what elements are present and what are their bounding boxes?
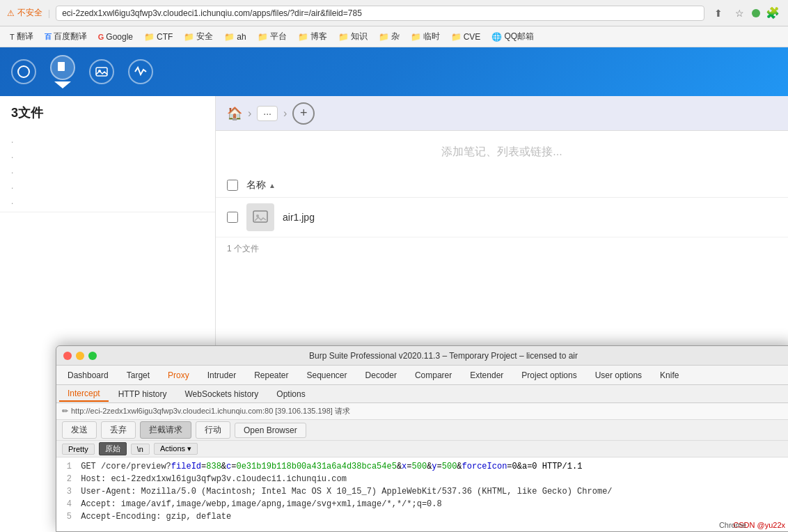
sidebar-item-1[interactable]: . (6, 132, 210, 148)
bookmark-misc[interactable]: 📁 杂 (375, 29, 404, 44)
browser-bar: ⚠ 不安全 | ⬆ ☆ 🧩 (0, 0, 788, 26)
menu-decoder[interactable]: Decoder (357, 368, 405, 383)
menu-project-options[interactable]: Project options (513, 368, 585, 383)
bookmark-security[interactable]: 📁 安全 (180, 29, 217, 44)
raw-button[interactable]: 原始 (99, 442, 127, 455)
subtab-options[interactable]: Options (268, 387, 313, 401)
intercept-button[interactable]: 拦截请求 (140, 421, 191, 439)
baidu-icon: 百 (45, 32, 52, 42)
http-request-body[interactable]: 1 GET /core/preview?fileId=838&c=0e31b19… (56, 457, 788, 531)
file-name: air1.jpg (283, 212, 315, 223)
sidebar-item-2[interactable]: . (6, 148, 210, 163)
menu-dashboard[interactable]: Dashboard (59, 368, 117, 383)
bookmark-ctf[interactable]: 📁 CTF (140, 31, 177, 43)
maximize-button[interactable] (88, 352, 97, 360)
bookmark-blog[interactable]: 📁 博客 (294, 29, 331, 44)
http-line-4: 4 Accept: image/avif,image/webp,image/ap… (62, 498, 787, 510)
bookmark-baidu[interactable]: 百 百度翻译 (40, 29, 91, 44)
bookmark-cve[interactable]: 📁 CVE (447, 31, 485, 43)
file-count: 1 个文件 (216, 237, 788, 260)
add-button[interactable]: + (292, 102, 315, 125)
burp-content: Pretty 原始 \n Actions ▾ 1 GET /core/previ… (56, 441, 788, 531)
menu-intruder[interactable]: Intruder (199, 368, 244, 383)
nav-files-item[interactable] (50, 55, 75, 88)
file-thumbnail (246, 203, 274, 231)
menu-extender[interactable]: Extender (462, 368, 512, 383)
bookmark-knowledge[interactable]: 📁 知识 (334, 29, 372, 44)
burp-title-bar: Burp Suite Professional v2020.11.3 – Tem… (56, 346, 788, 366)
select-all-checkbox[interactable] (227, 180, 238, 191)
file-row[interactable]: air1.jpg (216, 198, 788, 237)
bookmark-platform[interactable]: 📁 平台 (253, 29, 291, 44)
menu-proxy[interactable]: Proxy (159, 368, 198, 383)
chrome-label: Chrome (719, 521, 746, 529)
burp-actionbar: 发送 丢弃 拦截请求 行动 Open Browser (56, 420, 788, 441)
file-table-header: 名称 ▲ (216, 173, 788, 198)
bookmark-ah[interactable]: 📁 ah (220, 31, 250, 43)
file-checkbox[interactable] (227, 212, 238, 223)
files-icon[interactable] (50, 55, 75, 80)
folder-icon: 📁 (298, 32, 308, 42)
actions-dropdown[interactable]: Actions ▾ (154, 443, 198, 455)
folder-icon: 📁 (411, 32, 421, 42)
url-separator: | (48, 8, 50, 18)
browser-actions: ⬆ ☆ 🧩 (710, 5, 781, 22)
folder-icon: 📁 (144, 32, 155, 42)
bookmark-qqmail[interactable]: 🌐 QQ邮箱 (487, 29, 538, 44)
folder-icon: 📁 (338, 32, 349, 42)
folder-icon: 📁 (451, 32, 462, 42)
breadcrumb-more-button[interactable]: ··· (257, 106, 278, 121)
send-button[interactable]: 发送 (62, 421, 97, 439)
menu-sequencer[interactable]: Sequencer (299, 368, 356, 383)
nav-image-icon[interactable] (89, 59, 114, 84)
app-navigation (0, 47, 788, 96)
bookmarks-bar: T 翻译 百 百度翻译 G Google 📁 CTF 📁 安全 📁 ah 📁 平… (0, 26, 788, 47)
bookmark-google[interactable]: G Google (94, 31, 137, 43)
action-button[interactable]: 行动 (196, 421, 230, 439)
bookmark-temp[interactable]: 📁 临时 (407, 29, 444, 44)
share-button[interactable]: ⬆ (710, 5, 727, 22)
menu-user-options[interactable]: User options (587, 368, 650, 383)
nav-circle-icon[interactable] (11, 59, 36, 84)
home-button[interactable]: 🏠 (227, 106, 242, 121)
open-browser-button[interactable]: Open Browser (235, 423, 306, 438)
nav-activity-icon[interactable] (128, 59, 153, 84)
discard-button[interactable]: 丢弃 (101, 421, 136, 439)
pretty-button[interactable]: Pretty (62, 444, 95, 455)
minimize-button[interactable] (76, 352, 84, 360)
menu-repeater[interactable]: Repeater (246, 368, 297, 383)
subtab-websockets-history[interactable]: WebSockets history (177, 387, 267, 401)
subtab-http-history[interactable]: HTTP history (110, 387, 175, 401)
burp-menu: Dashboard Target Proxy Intruder Repeater… (56, 366, 788, 385)
burp-suite-window: Burp Suite Professional v2020.11.3 – Tem… (56, 345, 788, 532)
close-button[interactable] (63, 352, 72, 360)
placeholder-text: 添加笔记、列表或链接... (216, 131, 788, 173)
menu-knife[interactable]: Knife (652, 368, 687, 383)
burp-toolbar2: Pretty 原始 \n Actions ▾ (56, 441, 788, 457)
bookmark-translate[interactable]: T 翻译 (6, 29, 38, 44)
menu-target[interactable]: Target (118, 368, 158, 383)
translate-icon: T (10, 33, 15, 41)
warning-text: 不安全 (17, 7, 42, 19)
svg-rect-3 (96, 68, 107, 76)
sidebar-title: 3文件 (0, 96, 215, 130)
svg-point-0 (18, 66, 29, 77)
folder-icon: 📁 (224, 32, 235, 42)
newline-button[interactable]: \n (131, 444, 150, 455)
menu-comparer[interactable]: Comparer (407, 368, 460, 383)
sidebar-item-3[interactable]: . (6, 163, 210, 178)
sidebar-item-5[interactable]: . (6, 194, 210, 209)
extensions-button[interactable]: 🧩 (764, 5, 781, 22)
subtab-intercept[interactable]: Intercept (59, 386, 109, 402)
burp-title: Burp Suite Professional v2020.11.3 – Tem… (101, 351, 786, 361)
name-column-header[interactable]: 名称 ▲ (246, 179, 276, 191)
http-line-2: 2 Host: eci-2zedx1xwl6igu3qfwp3v.cloudec… (62, 473, 787, 485)
url-bar[interactable] (56, 6, 704, 21)
http-line-3: 3 User-Agent: Mozilla/5.0 (Macintosh; In… (62, 485, 787, 498)
folder-icon: 📁 (379, 32, 389, 42)
request-info: http://eci-2zedx1xwl6igu3qfwp3v.cloudeci… (71, 406, 350, 416)
edit-icon: ✏ (62, 407, 68, 416)
sidebar-item-4[interactable]: . (6, 178, 210, 194)
svg-rect-2 (61, 62, 65, 65)
bookmark-button[interactable]: ☆ (731, 5, 748, 22)
